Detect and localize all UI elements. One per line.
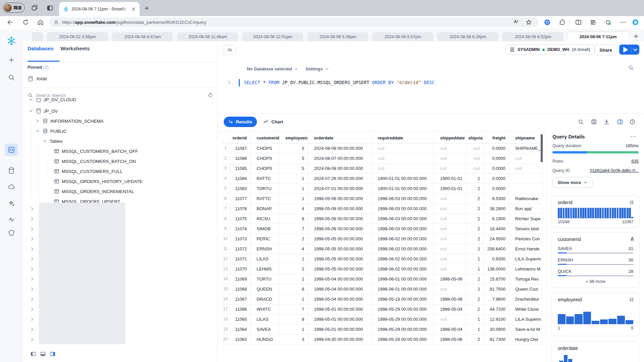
tree-item[interactable]: JP_DV xyxy=(28,106,58,116)
stat-card-orderid[interactable]: orderid 1024811087 xyxy=(551,195,640,228)
table-cell[interactable]: 1 xyxy=(466,314,484,324)
table-cell[interactable]: 0.0000 xyxy=(484,164,509,174)
chevron-right-icon[interactable] xyxy=(30,226,35,232)
tree-item[interactable]: MSSQL_CUSTOMERS_BATCH_OFF xyxy=(54,146,138,156)
table-cell[interactable]: null xyxy=(434,224,466,234)
table-cell[interactable]: 38.2800 xyxy=(484,204,509,214)
table-cell[interactable]: CHOPS xyxy=(251,143,279,154)
table-cell[interactable]: 1998-05-04 xyxy=(434,324,466,335)
table-cell[interactable]: White Clove xyxy=(509,304,542,314)
table-cell[interactable]: WHITC xyxy=(251,304,279,314)
tree-item[interactable]: PUBLIC xyxy=(35,126,67,136)
table-cell[interactable]: null xyxy=(372,154,434,164)
table-cell[interactable]: 1998-04-30 00:00:00.000 xyxy=(308,335,372,345)
worksheet-tab-fragment[interactable] xyxy=(32,32,43,41)
query-id-link[interactable]: 01b62a84-0c06-dd6c-0... xyxy=(590,168,639,173)
table-cell[interactable]: null xyxy=(466,143,484,154)
chevron-down-icon[interactable] xyxy=(42,138,48,144)
table-cell[interactable]: HUNGO xyxy=(251,335,279,345)
chart-tab[interactable]: Chart xyxy=(263,117,283,127)
table-cell[interactable]: BONAP xyxy=(251,204,279,214)
refresh-objects-icon[interactable] xyxy=(208,93,213,98)
worksheet-tab[interactable]: 2024-08-02 3:58pm xyxy=(47,32,108,41)
table-cell[interactable]: 1 xyxy=(279,274,308,284)
table-cell[interactable]: 5 xyxy=(279,143,308,154)
table-cell[interactable]: 0.0000 xyxy=(484,174,509,184)
table-cell[interactable]: null xyxy=(434,234,466,244)
back-icon[interactable] xyxy=(7,19,14,26)
table-cell[interactable]: 1998-05-28 00:00:00.000 xyxy=(372,335,434,345)
stat-card-customerid[interactable]: customerid A SAVEA31ERNSH30QUICK28 + 86 … xyxy=(551,232,640,288)
table-cell[interactable]: 1998-05-01 00:00:00.000 xyxy=(308,304,372,314)
table-cell[interactable]: 1 xyxy=(279,194,308,204)
worksheet-tab[interactable]: 2024-08-06 11:46am xyxy=(177,32,238,41)
table-cell[interactable]: 11075 xyxy=(230,214,251,224)
table-cell[interactable]: ERNSH xyxy=(251,244,279,254)
table-cell[interactable]: 0.9300 xyxy=(484,254,509,264)
chevron-right-icon[interactable] xyxy=(30,206,35,212)
workspaces-icon[interactable] xyxy=(31,4,38,12)
table-cell[interactable]: 5 xyxy=(279,164,308,174)
query-details-toggle-icon[interactable] xyxy=(617,119,623,125)
browser-menu-icon[interactable] xyxy=(620,19,627,26)
panel-left-icon[interactable] xyxy=(30,351,36,357)
table-cell[interactable]: 2 xyxy=(466,274,484,284)
table-cell[interactable]: 1998-06-01 00:00:00.000 xyxy=(372,284,434,294)
column-header[interactable]: freight xyxy=(484,133,509,143)
table-cell[interactable]: SAVEA xyxy=(251,324,279,335)
chevron-down-icon[interactable] xyxy=(28,108,34,114)
table-cell[interactable]: 136.0000 xyxy=(484,264,509,274)
table-cell[interactable]: Bon app' xyxy=(509,204,542,214)
chevron-right-icon[interactable] xyxy=(30,246,35,252)
rows-count-link[interactable]: 835 xyxy=(631,159,639,164)
table-cell[interactable]: 11071 xyxy=(230,254,251,264)
table-cell[interactable]: null xyxy=(434,194,466,204)
rail-search-icon[interactable] xyxy=(8,74,15,81)
table-cell[interactable]: RATTC xyxy=(251,174,279,184)
table-cell[interactable]: 81.7500 xyxy=(484,284,509,294)
table-cell[interactable]: 1998-06-02 00:00:00.000 xyxy=(372,244,434,254)
chevron-down-icon[interactable] xyxy=(35,128,40,134)
chevron-right-icon[interactable] xyxy=(30,287,35,292)
table-cell[interactable]: null xyxy=(434,284,466,294)
table-cell[interactable]: 1998-05-04 00:00:00.000 xyxy=(308,274,372,284)
password-manager-icon[interactable] xyxy=(544,19,551,26)
table-cell[interactable]: null xyxy=(434,244,466,254)
table-cell[interactable]: 1998-06-03 00:00:00.000 xyxy=(372,214,434,224)
table-cell[interactable]: 1 xyxy=(279,324,308,335)
read-aloud-icon[interactable]: A⁾ xyxy=(514,19,518,24)
worksheet-tab[interactable]: 2024-08-06 12:01pm xyxy=(242,32,303,41)
ai-ml-icon[interactable] xyxy=(8,200,15,207)
table-cell[interactable]: LILA-Superm xyxy=(509,314,542,324)
table-cell[interactable]: CHOPS xyxy=(251,164,279,174)
table-cell[interactable]: 1998-06-02 00:00:00.000 xyxy=(372,254,434,264)
table-cell[interactable]: 1998-05-06 xyxy=(434,335,466,345)
table-cell[interactable]: 2 xyxy=(466,234,484,244)
table-cell[interactable]: 44.7200 xyxy=(484,304,509,314)
table-cell[interactable]: 2 xyxy=(466,244,484,254)
column-header[interactable]: requireddate xyxy=(372,133,434,143)
governance-icon[interactable] xyxy=(8,229,15,237)
table-cell[interactable]: SIMOB xyxy=(251,224,279,234)
table-cell[interactable]: 2 xyxy=(466,174,484,184)
table-cell[interactable]: Rattlesnake xyxy=(509,194,542,204)
table-cell[interactable]: 18.4400 xyxy=(484,224,509,234)
table-cell[interactable]: TORTU xyxy=(251,184,279,194)
tree-item[interactable]: INFORMATION_SCHEMA xyxy=(35,116,104,126)
table-cell[interactable]: 11069 xyxy=(230,274,251,284)
table-cell[interactable]: Tortuga Res xyxy=(509,274,542,284)
table-cell[interactable]: Queen Cozi xyxy=(509,284,542,294)
table-cell[interactable]: null xyxy=(434,254,466,264)
column-header[interactable]: shipname xyxy=(509,133,542,143)
table-cell[interactable]: Drachenblut xyxy=(509,294,542,304)
close-tab-icon[interactable] xyxy=(131,6,136,12)
worksheet-tab[interactable]: 2024-08-06 8:47am xyxy=(112,32,173,41)
table-cell[interactable]: Lehmanns M xyxy=(509,264,542,274)
table-cell[interactable] xyxy=(509,174,542,184)
table-cell[interactable]: 1900-01-01 xyxy=(434,184,466,194)
table-cell[interactable]: 2 xyxy=(466,304,484,314)
home-icon[interactable] xyxy=(37,19,44,26)
table-cell[interactable]: 1 xyxy=(466,264,484,274)
table-cell[interactable]: 11086 xyxy=(230,154,251,164)
table-cell[interactable]: 11065 xyxy=(230,314,251,324)
